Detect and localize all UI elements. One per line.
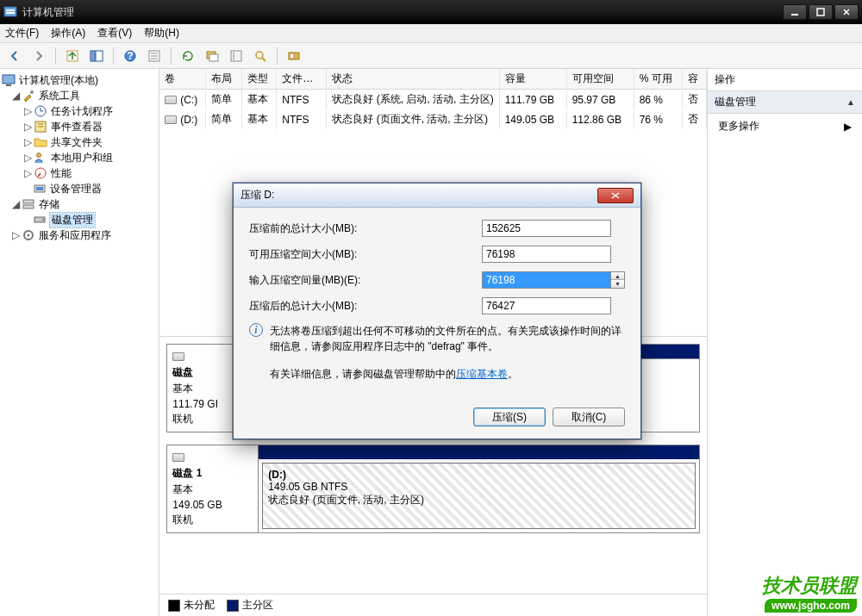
expand-icon[interactable]: ▷ xyxy=(10,230,21,240)
tree-devicemgr[interactable]: 设备管理器 xyxy=(2,181,157,196)
spin-down-icon[interactable]: ▼ xyxy=(611,280,624,288)
list-view-button[interactable] xyxy=(227,47,246,65)
expand-icon[interactable]: ▷ xyxy=(22,152,33,163)
help-button[interactable]: ? xyxy=(121,47,140,65)
svg-rect-1 xyxy=(6,9,15,11)
close-button[interactable] xyxy=(834,4,859,20)
nav-tree[interactable]: 计算机管理(本地) ◢ 系统工具 ▷ 任务计划程序 ▷ 事件查看器 ▷ 共享文件… xyxy=(0,69,159,616)
show-hide-tree-button[interactable] xyxy=(87,47,106,65)
menu-help[interactable]: 帮助(H) xyxy=(144,26,179,40)
legend-swatch-primary xyxy=(227,600,239,612)
partition-header xyxy=(259,445,698,459)
svg-rect-26 xyxy=(3,75,15,84)
expand-icon[interactable]: ▷ xyxy=(22,168,33,178)
tree-scheduler[interactable]: ▷ 任务计划程序 xyxy=(2,103,157,119)
computer-icon xyxy=(2,73,16,87)
svg-rect-24 xyxy=(289,53,299,59)
dialog-titlebar[interactable]: 压缩 D: xyxy=(234,184,640,208)
tree-eventviewer[interactable]: ▷ 事件查看器 xyxy=(2,119,157,134)
collapse-icon[interactable]: ◢ xyxy=(10,90,21,101)
app-icon xyxy=(3,5,17,19)
services-icon xyxy=(22,228,35,242)
dialog-close-button[interactable] xyxy=(597,188,634,203)
window-titlebar: 计算机管理 xyxy=(0,0,862,24)
tree-sharedfolders[interactable]: ▷ 共享文件夹 xyxy=(2,134,157,150)
menu-view[interactable]: 查看(V) xyxy=(97,26,132,40)
col-volume[interactable]: 卷 xyxy=(159,69,206,89)
storage-icon xyxy=(22,197,35,211)
expand-icon[interactable]: ▷ xyxy=(22,121,33,132)
event-icon xyxy=(34,120,47,134)
tree-storage[interactable]: ◢ 存储 xyxy=(2,196,157,212)
col-layout[interactable]: 布局 xyxy=(206,69,242,89)
spinner-buttons[interactable]: ▲ ▼ xyxy=(611,271,625,289)
performance-icon xyxy=(34,166,47,180)
svg-rect-4 xyxy=(817,9,824,16)
col-free[interactable]: 可用空间 xyxy=(567,69,634,89)
info-text: 无法将卷压缩到超出任何不可移动的文件所在的点。有关完成该操作时间的详细信息，请参… xyxy=(270,323,625,354)
clock-icon xyxy=(34,104,47,118)
window-title: 计算机管理 xyxy=(22,5,783,20)
disk-block[interactable]: 磁盘 1 基本 149.05 GB 联机 (D:) 149.05 GB NTFS… xyxy=(166,445,699,533)
dialog-title: 压缩 D: xyxy=(240,188,597,202)
tree-services[interactable]: ▷ 服务和应用程序 xyxy=(2,227,157,243)
field-shrink-amount[interactable]: 76198 xyxy=(482,271,611,289)
label-available: 可用压缩空间大小(MB): xyxy=(249,247,482,262)
up-button[interactable] xyxy=(63,47,82,65)
table-row[interactable]: (C:) 简单 基本 NTFS 状态良好 (系统, 启动, 活动, 主分区) 1… xyxy=(159,90,706,109)
tree-diskmgmt[interactable]: 磁盘管理 xyxy=(2,212,157,227)
tools-icon xyxy=(22,89,35,103)
table-row[interactable]: (D:) 简单 基本 NTFS 状态良好 (页面文件, 活动, 主分区) 149… xyxy=(159,109,706,129)
minimize-button[interactable] xyxy=(783,4,807,20)
watermark: 技术员联盟 www.jsgho.com xyxy=(762,573,857,613)
svg-point-20 xyxy=(233,55,234,57)
svg-rect-8 xyxy=(91,51,95,61)
actions-section-title[interactable]: 磁盘管理 ▲ xyxy=(708,91,862,114)
disk-info: 磁盘 1 基本 149.05 GB 联机 xyxy=(167,445,259,532)
svg-rect-9 xyxy=(96,51,103,61)
expand-icon[interactable]: ▷ xyxy=(22,137,33,147)
cancel-button[interactable]: 取消(C) xyxy=(553,408,625,426)
back-button[interactable] xyxy=(5,47,24,65)
tree-performance[interactable]: ▷ 性能 xyxy=(2,165,157,181)
collapse-icon[interactable]: ◢ xyxy=(10,199,21,209)
chevron-right-icon: ▶ xyxy=(844,121,852,133)
col-status[interactable]: 状态 xyxy=(327,69,499,89)
svg-rect-40 xyxy=(23,205,34,208)
menu-action[interactable]: 操作(A) xyxy=(51,26,85,40)
actions-more[interactable]: 更多操作 ▶ xyxy=(708,114,862,139)
toolbar: ? xyxy=(0,43,862,69)
extra-button[interactable] xyxy=(284,47,303,65)
legend-swatch-unalloc xyxy=(168,600,180,612)
device-icon xyxy=(33,182,47,196)
svg-text:?: ? xyxy=(127,50,133,62)
col-type[interactable]: 类型 xyxy=(242,69,277,89)
settings-button[interactable] xyxy=(203,47,222,65)
col-filesystem[interactable]: 文件系统 xyxy=(277,69,327,89)
menu-file[interactable]: 文件(F) xyxy=(5,26,39,40)
detail-view-button[interactable] xyxy=(251,47,270,65)
help-link[interactable]: 压缩基本卷 xyxy=(456,368,508,380)
tree-localusers[interactable]: ▷ 本地用户和组 xyxy=(2,150,157,165)
menubar: 文件(F) 操作(A) 查看(V) 帮助(H) xyxy=(0,24,862,43)
properties-button[interactable] xyxy=(145,47,164,65)
actions-panel: 操作 磁盘管理 ▲ 更多操作 ▶ xyxy=(708,69,862,616)
tree-root[interactable]: 计算机管理(本地) xyxy=(2,72,157,88)
refresh-button[interactable] xyxy=(178,47,197,65)
svg-rect-2 xyxy=(6,12,15,14)
col-percent[interactable]: % 可用 xyxy=(634,69,683,89)
table-header: 卷 布局 类型 文件系统 状态 容量 可用空间 % 可用 容 xyxy=(159,69,706,90)
info-text-2: 有关详细信息，请参阅磁盘管理帮助中的压缩基本卷。 xyxy=(270,366,625,382)
col-capacity[interactable]: 容量 xyxy=(500,69,567,89)
shrink-button[interactable]: 压缩(S) xyxy=(473,408,546,426)
tree-systools[interactable]: ◢ 系统工具 xyxy=(2,88,157,103)
label-size-before: 压缩前的总计大小(MB): xyxy=(249,221,482,236)
expand-icon[interactable]: ▷ xyxy=(22,106,33,116)
forward-button[interactable] xyxy=(29,47,48,65)
maximize-button[interactable] xyxy=(809,4,833,20)
chevron-up-icon: ▲ xyxy=(846,97,855,107)
svg-point-44 xyxy=(28,234,30,237)
partition[interactable]: (D:) 149.05 GB NTFS 状态良好 (页面文件, 活动, 主分区) xyxy=(262,463,695,529)
col-fault[interactable]: 容 xyxy=(683,69,707,89)
spin-up-icon[interactable]: ▲ xyxy=(611,272,624,280)
